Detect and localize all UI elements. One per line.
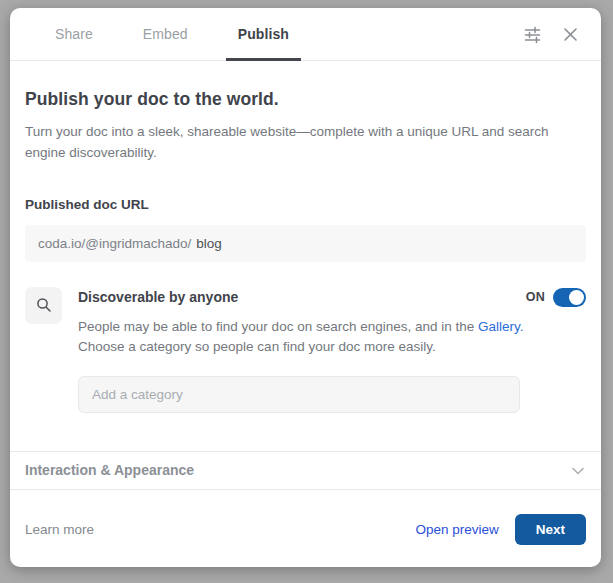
page-title: Publish your doc to the world.: [25, 89, 586, 110]
search-icon: [25, 287, 62, 324]
settings-sliders-icon[interactable]: [521, 23, 543, 45]
published-url-input[interactable]: coda.io/@ingridmachado/ blog: [25, 225, 586, 262]
discoverable-toggle[interactable]: [553, 288, 586, 307]
discoverable-main: Discoverable by anyone ON People may be …: [78, 287, 586, 451]
section-interaction-appearance[interactable]: Interaction & Appearance: [10, 451, 601, 490]
gallery-link[interactable]: Gallery.: [478, 319, 524, 334]
published-url-label: Published doc URL: [25, 197, 586, 212]
page-description: Turn your doc into a sleek, shareable we…: [25, 121, 583, 164]
footer-actions: Open preview Next: [415, 514, 586, 545]
chevron-down-icon: [572, 461, 584, 479]
discoverable-section: Discoverable by anyone ON People may be …: [25, 287, 586, 451]
toggle-state-label: ON: [526, 290, 545, 304]
discoverable-header: Discoverable by anyone ON: [78, 288, 586, 307]
category-input[interactable]: [78, 376, 520, 413]
header-icons: [521, 23, 581, 45]
tab-publish[interactable]: Publish: [226, 8, 301, 60]
description-after: Choose a category so people can find you…: [78, 339, 436, 354]
dialog-footer: Learn more Open preview Next: [10, 514, 601, 567]
publish-dialog: Share Embed Publish: [10, 8, 601, 567]
toggle-group: ON: [526, 288, 586, 307]
toggle-knob: [569, 290, 584, 305]
tab-embed[interactable]: Embed: [131, 8, 200, 60]
discoverable-description: People may be able to find your doc on s…: [78, 317, 528, 358]
url-prefix: coda.io/@ingridmachado/: [38, 236, 191, 251]
open-preview-link[interactable]: Open preview: [415, 522, 498, 537]
url-slug[interactable]: blog: [196, 236, 222, 251]
dialog-content: Publish your doc to the world. Turn your…: [10, 61, 601, 451]
tab-share[interactable]: Share: [43, 8, 105, 60]
dialog-header: Share Embed Publish: [10, 8, 601, 61]
next-button[interactable]: Next: [515, 514, 586, 545]
learn-more-link[interactable]: Learn more: [25, 522, 94, 537]
description-before: People may be able to find your doc on s…: [78, 319, 478, 334]
discoverable-title: Discoverable by anyone: [78, 289, 238, 305]
interaction-appearance-label: Interaction & Appearance: [25, 462, 194, 478]
close-icon[interactable]: [559, 23, 581, 45]
tab-bar: Share Embed Publish: [43, 8, 301, 60]
